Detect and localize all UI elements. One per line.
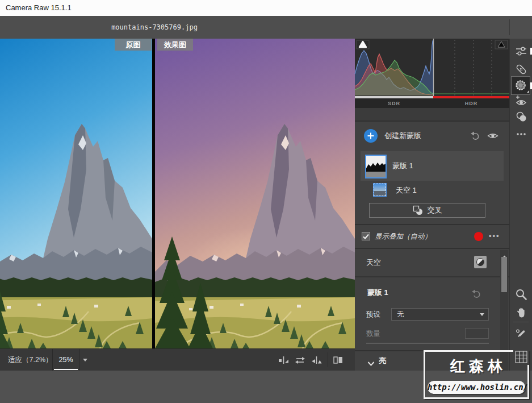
overlay-options-row: 显示叠加（自动） ••• [355,225,509,249]
grid-overlay-icon[interactable] [513,349,529,365]
show-overlay-checkbox[interactable] [362,232,370,240]
amount-input[interactable] [465,328,489,339]
watermark-url: http://www.hoslin.cn/ [428,381,525,394]
sdr-label: SDR [355,99,433,108]
window-title: Camera Raw 15.1.1 [6,0,72,16]
mask-list-item-selected[interactable]: 蒙版 1 [361,151,504,181]
preset-select[interactable]: 无 [391,308,489,321]
copy-settings-left-icon[interactable] [278,354,290,366]
amount-row: 数量 [355,326,509,341]
before-image-canvas[interactable] [0,39,152,348]
preset-row: 预设 无 [355,306,509,323]
after-image-canvas[interactable] [155,39,355,348]
zoom-dropdown-chevron-icon[interactable] [83,359,87,362]
mask-settings-header: 蒙版 1 [355,284,509,301]
filename-label: mountains-7305769.jpg [111,16,198,39]
split-view-toggle-icon[interactable] [332,354,344,366]
header-separator [509,19,510,35]
zoom-level-value: 25% [53,349,79,371]
tool-flyout-corner [527,90,529,93]
red-eye-icon[interactable] [514,94,528,108]
before-tab: 原图 [115,39,152,51]
preset-value: 无 [397,309,404,320]
file-header-bar: mountains-7305769.jpg [0,16,532,39]
intersect-icon [413,205,423,215]
more-tools-ellipsis-icon[interactable] [514,127,528,141]
mask-visibility-eye-icon[interactable] [487,132,499,142]
divider [328,352,328,367]
mask-settings-title: 蒙版 1 [367,284,388,301]
create-mask-button[interactable] [364,129,378,143]
copy-settings-right-icon[interactable] [311,354,322,366]
image-viewer: 原图 效果图 [0,39,355,348]
create-mask-label[interactable]: 创建新蒙版 [384,129,421,143]
overlay-color-swatch[interactable] [474,232,483,241]
after-tab: 效果图 [157,39,193,51]
invert-mask-icon[interactable] [474,256,487,268]
amount-label: 数量 [366,326,380,341]
edit-sliders-icon[interactable] [514,44,528,58]
plus-icon [364,129,378,143]
hdr-label: HDR [433,99,509,108]
window-titlebar: Camera Raw 15.1.1 [0,0,532,16]
panel-spacer [355,108,509,122]
mask-undo-icon[interactable] [470,131,481,142]
adjustments-panel: SDR HDR 创建新蒙版 [355,39,509,371]
zoom-level-tab[interactable]: 25% [53,349,79,371]
sky-settings-label: 天空 [366,249,381,276]
color-sampler-eyedropper-icon[interactable] [514,326,528,340]
hand-tool-icon[interactable] [514,306,528,319]
mask-component-item[interactable]: 天空 1 [361,181,504,201]
histogram-range-labels: SDR HDR [355,99,509,108]
divider [79,349,79,371]
viewer-statusbar: 适应（7.2%） 25% [0,348,355,371]
watermark-title: 红森林 [425,356,527,376]
masking-tool-active[interactable] [511,76,530,95]
zoom-tool-icon[interactable] [514,288,528,301]
amount-slider[interactable] [366,343,489,344]
swap-before-after-icon[interactable] [294,354,306,366]
mask-thumbnail[interactable] [365,155,387,178]
reset-settings-icon[interactable] [471,289,482,300]
tools-sidebar [509,39,532,371]
intersect-label: 交叉 [428,205,442,215]
overlay-more-options[interactable]: ••• [489,225,500,248]
sky-settings-row[interactable]: 天空 [355,249,509,277]
chevron-down-icon [480,313,484,316]
sky-component-thumbnail[interactable] [374,184,386,196]
create-mask-row: 创建新蒙版 [355,122,509,150]
section-expand-chevron-icon[interactable] [367,359,375,369]
sky-component-name[interactable]: 天空 1 [396,181,417,200]
healing-bandaid-icon[interactable] [514,63,528,76]
light-section-label: 亮 [379,351,386,371]
fit-zoom-label[interactable]: 适应（7.2%） [8,349,53,371]
preset-label: 预设 [366,306,380,323]
before-after-divider [152,39,155,348]
snapshots-icon[interactable] [514,110,528,124]
show-overlay-label[interactable]: 显示叠加（自动） [375,225,432,248]
intersect-button[interactable]: 交叉 [369,203,485,218]
mask-item-name[interactable]: 蒙版 1 [392,151,413,181]
toolbar-divider [513,322,529,322]
zoom-tab-underline [54,369,78,370]
histogram[interactable] [355,39,509,99]
